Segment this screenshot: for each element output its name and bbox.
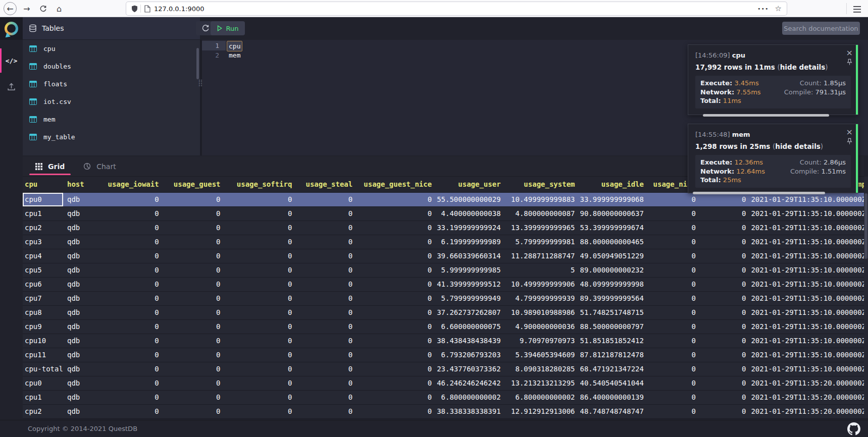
grid-cell[interactable]: cpu0 [23, 376, 63, 390]
column-header-usage_softirq[interactable]: usage_softirq [226, 177, 297, 192]
close-icon[interactable]: × [846, 48, 853, 58]
grid-cell[interactable]: 4.400000000038 [437, 206, 505, 221]
grid-cell[interactable]: 5.799999999949 [437, 291, 505, 305]
grid-cell[interactable]: 0 [701, 334, 751, 348]
grid-cell[interactable]: 41.399999999512 [437, 277, 505, 291]
grid-cell[interactable]: 0 [358, 348, 437, 362]
grid-cell[interactable]: 0 [358, 291, 437, 305]
grid-cell[interactable]: 48.099999999998 [580, 277, 649, 291]
grid-cell[interactable]: qdb [63, 376, 106, 390]
grid-cell[interactable]: 0 [297, 221, 358, 235]
grid-cell[interactable]: 0 [106, 362, 164, 376]
table-row[interactable]: cpu3qdb000006.1999999999895.799999999981… [23, 235, 868, 249]
grid-cell[interactable]: 2021-01-29T11:35:10.000000Z [751, 362, 868, 376]
grid-cell[interactable]: 0 [226, 192, 297, 206]
grid-cell[interactable]: 0 [297, 291, 358, 305]
table-row[interactable]: cpu6qdb0000041.39999999951210.4999999999… [23, 277, 868, 291]
sidebar-item-doubles[interactable]: doubles [23, 58, 200, 75]
grid-cell[interactable]: 0 [106, 348, 164, 362]
browser-home-button[interactable]: ⌂ [53, 2, 66, 15]
grid-cell[interactable]: 38.338338338391 [437, 404, 505, 418]
table-row[interactable]: cpu0qdb0000055.50000000002910.4999999998… [23, 192, 868, 206]
grid-cell[interactable]: 2021-01-29T11:35:20.000000Z [751, 376, 868, 390]
table-row[interactable]: cpu9qdb000006.6000000000754.900000000036… [23, 319, 868, 334]
column-header-usage_idle[interactable]: usage_idle [580, 177, 649, 192]
grid-cell[interactable]: 0 [649, 235, 701, 249]
browser-back-button[interactable]: ← [4, 2, 17, 15]
editor-code-text[interactable]: mem [226, 50, 240, 60]
grid-cell[interactable]: 0 [649, 249, 701, 263]
grid-cell[interactable]: 0 [701, 319, 751, 334]
questdb-logo[interactable] [0, 17, 23, 40]
vertical-drag-handle[interactable]: ⣿ [198, 79, 203, 86]
grid-cell[interactable]: 0 [297, 192, 358, 206]
grid-cell[interactable]: 55.500000000029 [437, 192, 505, 206]
grid-cell[interactable]: 0 [226, 235, 297, 249]
hide-details-link[interactable]: hide details [775, 142, 820, 150]
grid-cell[interactable]: 0 [297, 390, 358, 404]
grid-cell[interactable]: 0 [649, 319, 701, 334]
grid-cell[interactable]: 0 [297, 404, 358, 418]
grid-cell[interactable]: 0 [701, 263, 751, 277]
column-header-usage_iowait[interactable]: usage_iowait [106, 177, 164, 192]
table-row[interactable]: cpu-totalqdb0000023.4377603733628.090318… [23, 362, 868, 376]
grid-cell[interactable]: 0 [106, 277, 164, 291]
grid-cell[interactable]: 0 [164, 192, 226, 206]
grid-cell[interactable]: qdb [63, 235, 106, 249]
table-row[interactable]: cpu8qdb0000037.26273726280710.9890109889… [23, 305, 868, 319]
grid-cell[interactable]: 0 [164, 305, 226, 319]
grid-cell[interactable]: 0 [649, 206, 701, 221]
grid-cell[interactable]: 51.748251748715 [580, 305, 649, 319]
rail-item-console[interactable]: </> [0, 48, 23, 73]
column-header-host[interactable]: host [63, 177, 106, 192]
grid-cell[interactable]: 0 [701, 376, 751, 390]
grid-cell[interactable]: 0 [226, 221, 297, 235]
grid-cell[interactable]: cpu1 [23, 206, 63, 221]
grid-cell[interactable]: 0 [649, 390, 701, 404]
grid-cell[interactable]: 0 [164, 390, 226, 404]
table-row[interactable]: cpu10qdb0000038.4384384384399.7097097097… [23, 334, 868, 348]
grid-cell[interactable]: 0 [164, 376, 226, 390]
grid-cell[interactable]: 2021-01-29T11:35:10.000000Z [751, 249, 868, 263]
browser-forward-button[interactable]: → [20, 2, 33, 15]
table-row[interactable]: cpu4qdb0000039.66033966031411.2887112887… [23, 249, 868, 263]
grid-cell[interactable]: 0 [297, 263, 358, 277]
grid-cell[interactable]: qdb [63, 192, 106, 206]
grid-cell[interactable]: 0 [106, 319, 164, 334]
grid-cell[interactable]: 2021-01-29T11:35:10.000000Z [751, 348, 868, 362]
grid-cell[interactable]: 0 [358, 376, 437, 390]
grid-cell[interactable]: cpu10 [23, 334, 63, 348]
grid-cell[interactable]: 0 [701, 404, 751, 418]
sidebar-item-my_table[interactable]: my_table [23, 128, 200, 146]
grid-cell[interactable]: 0 [164, 291, 226, 305]
grid-cell[interactable]: 0 [226, 291, 297, 305]
grid-cell[interactable]: 0 [297, 249, 358, 263]
grid-cell[interactable]: 0 [358, 390, 437, 404]
grid-cell[interactable]: 0 [358, 192, 437, 206]
grid-cell[interactable]: 0 [297, 277, 358, 291]
pin-icon[interactable] [847, 137, 852, 147]
grid-cell[interactable]: 0 [226, 348, 297, 362]
table-row[interactable]: cpu11qdb000006.7932067932035.39460539460… [23, 348, 868, 362]
grid-cell[interactable]: 12.912912913006 [506, 404, 580, 418]
grid-cell[interactable]: 0 [649, 362, 701, 376]
grid-cell[interactable]: 5.394605394609 [506, 348, 580, 362]
grid-cell[interactable]: 0 [164, 206, 226, 221]
grid-cell[interactable]: 5.799999999981 [506, 235, 580, 249]
grid-cell[interactable]: 0 [701, 249, 751, 263]
table-row[interactable]: cpu5qdb000005.999999999985589.0000000002… [23, 263, 868, 277]
grid-cell[interactable]: 0 [226, 334, 297, 348]
grid-cell[interactable]: 0 [226, 362, 297, 376]
grid-cell[interactable]: 53.399999999674 [580, 221, 649, 235]
grid-cell[interactable]: cpu4 [23, 249, 63, 263]
column-header-usage_guest_nice[interactable]: usage_guest_nice [358, 177, 437, 192]
bookmark-star-icon[interactable]: ☆ [775, 4, 782, 13]
page-icon[interactable] [144, 5, 150, 13]
grid-cell[interactable]: 5.999999999985 [437, 263, 505, 277]
grid-cell[interactable]: 2021-01-29T11:35:10.000000Z [751, 235, 868, 249]
grid-cell[interactable]: 2021-01-29T11:35:20.000000Z [751, 404, 868, 418]
grid-cell[interactable]: cpu8 [23, 305, 63, 319]
grid-cell[interactable]: 0 [358, 362, 437, 376]
grid-cell[interactable]: 0 [226, 404, 297, 418]
pin-icon[interactable] [847, 58, 852, 68]
